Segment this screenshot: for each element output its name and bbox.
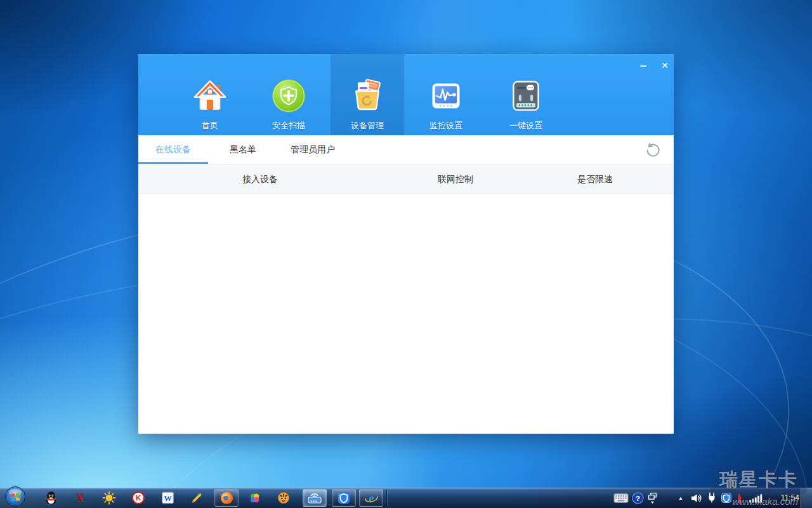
column-header-network-control: 联网控制: [408, 164, 503, 194]
monitor-settings-icon: [428, 78, 464, 114]
taskbar-paint-icon[interactable]: [188, 488, 206, 508]
taskbar-divider: [386, 490, 387, 506]
window-header: 首页 安全扫描: [138, 54, 674, 135]
taskbar: X K W: [0, 488, 812, 508]
desktop: 首页 安全扫描: [0, 0, 812, 508]
tray-rising-lion-icon[interactable]: [734, 488, 744, 508]
taskbar-qq-icon[interactable]: [42, 488, 60, 508]
one-key-settings-icon: [508, 78, 544, 114]
device-table-header: 接入设备 联网控制 是否限速: [138, 164, 674, 194]
tray-keyboard-icon[interactable]: [613, 488, 629, 508]
svg-text:e: e: [369, 491, 374, 504]
nav-label: 设备管理: [331, 120, 404, 131]
tray-power-plug-icon[interactable]: [705, 488, 719, 508]
tab-label: 管理员用户: [291, 144, 335, 154]
taskbar-tiger-icon[interactable]: [275, 488, 292, 508]
start-button[interactable]: [3, 488, 27, 508]
taskbar-thunder-x-icon[interactable]: X: [71, 488, 89, 508]
tray-language-bar-icon[interactable]: [646, 488, 658, 508]
refresh-icon[interactable]: [644, 141, 662, 159]
minimize-button[interactable]: –: [635, 57, 652, 74]
taskbar-tencent-shield-button[interactable]: [332, 489, 356, 507]
close-button[interactable]: ×: [657, 57, 673, 74]
svg-text:?: ?: [636, 494, 640, 502]
nav-item-monitor-settings[interactable]: 监控设置: [409, 54, 483, 135]
taskbar-word-icon[interactable]: W: [159, 488, 176, 508]
device-management-icon: [350, 78, 385, 114]
nav-item-one-key-settings[interactable]: 一键设置: [489, 54, 563, 135]
tray-tencent-shield-icon[interactable]: [720, 488, 733, 508]
taskbar-firefox-button[interactable]: [214, 489, 239, 507]
show-desktop-button[interactable]: [801, 488, 812, 508]
nav-item-device-management[interactable]: 设备管理: [331, 54, 404, 135]
tray-network-signal-icon[interactable]: [749, 488, 764, 508]
taskbar-sun-icon[interactable]: [100, 488, 118, 508]
column-header-speed-limit: 是否限速: [547, 164, 643, 194]
nav-item-security-scan[interactable]: 安全扫描: [252, 54, 325, 135]
tray-speaker-icon[interactable]: [689, 488, 703, 508]
taskbar-kaka-icon[interactable]: K: [129, 488, 147, 508]
svg-text:K: K: [136, 494, 141, 502]
nav-label: 一键设置: [489, 120, 563, 131]
nav-item-home[interactable]: 首页: [173, 54, 247, 135]
router-manager-window: 首页 安全扫描: [138, 54, 674, 434]
nav-label: 安全扫描: [252, 120, 325, 131]
home-icon: [192, 78, 228, 114]
taskbar-ie-button[interactable]: e: [359, 489, 383, 507]
svg-text:W: W: [164, 494, 172, 503]
column-header-device: 接入设备: [213, 164, 308, 194]
device-table-body: [138, 194, 674, 432]
security-scan-icon: [271, 78, 306, 114]
taskbar-router-manager-button[interactable]: [303, 489, 327, 507]
tab-online-devices[interactable]: 在线设备: [138, 135, 208, 164]
nav-label: 首页: [173, 120, 247, 131]
tab-label: 黑名单: [230, 144, 256, 154]
tray-hidden-icons-button[interactable]: ▲: [675, 488, 686, 508]
tab-blacklist[interactable]: 黑名单: [208, 135, 278, 164]
windows-start-orb-icon: [4, 486, 26, 508]
nav-label: 监控设置: [409, 120, 483, 131]
tab-bar: 在线设备 黑名单 管理员用户: [138, 135, 674, 164]
tab-admin-users[interactable]: 管理员用户: [278, 135, 348, 164]
taskbar-pinwheel-icon[interactable]: [246, 488, 263, 508]
watermark-title: 瑞星卡卡: [719, 469, 798, 490]
tray-help-icon[interactable]: ?: [631, 488, 645, 508]
taskbar-clock[interactable]: 11:54: [774, 488, 799, 508]
tab-label: 在线设备: [155, 144, 191, 154]
